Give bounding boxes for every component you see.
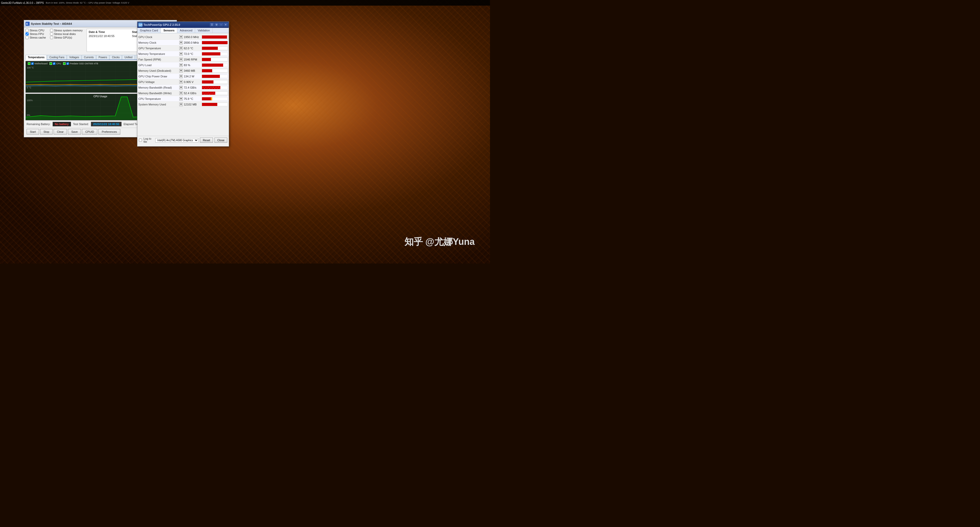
gpuz-value-cpu-temp: 75.9 °C [184, 97, 202, 100]
gpuz-value-mem-temp: 72.0 °C [184, 53, 202, 56]
gpuz-tabs: Graphics Card Sensors Advanced Validatio… [137, 28, 229, 33]
gpuz-bar-gpu-temp [202, 46, 228, 50]
tab-powers[interactable]: Powers [96, 55, 109, 59]
gpuz-bar-bw-read [202, 86, 228, 89]
gpuz-dropdown-power-draw[interactable]: ▼ [179, 75, 183, 78]
gpuz-tab-graphics-card[interactable]: Graphics Card [137, 28, 161, 33]
gpuz-row-gpu-temp: GPU Temperature ▼ 62.0 °C [137, 45, 229, 51]
gpuz-titlebar[interactable]: GPU TechPowerUp GPU-Z 2.55.0 ☰ ⚙ ─ ✕ [137, 22, 229, 28]
taskbar-info: Burn in test: 100%, Stress Mode: 62 °C –… [46, 2, 129, 4]
log-to-file-checkbox[interactable] [139, 139, 142, 142]
svg-rect-37 [211, 97, 212, 100]
stress-cpu-checkbox[interactable] [25, 29, 29, 32]
gpuz-value-gpu-voltage: 0.905 V [184, 80, 202, 83]
gpuz-row-cpu-temp: CPU Temperature ▼ 75.9 °C [137, 96, 229, 102]
gpuz-row-memory-clock: Memory Clock ▼ 2000.0 MHz [137, 40, 229, 45]
gpuz-label-cpu-temp: CPU Temperature [138, 97, 179, 100]
gpuz-dropdown-gpu-voltage[interactable]: ▼ [179, 80, 183, 84]
gpuz-label-bw-read: Memory Bandwidth (Read) [138, 86, 179, 89]
gpuz-bar-gpu-load [202, 63, 228, 67]
tab-currents[interactable]: Currents [82, 55, 96, 59]
gpuz-bar-cpu-temp [202, 97, 228, 100]
tab-unified[interactable]: Unified [122, 55, 135, 59]
gpuz-dropdown-gpu-load[interactable]: ▼ [179, 63, 183, 67]
gpuz-label-gpu-clock: GPU Clock [138, 35, 179, 38]
gpuz-dropdown-sys-mem[interactable]: ▼ [179, 103, 183, 106]
gpuz-tab-validation[interactable]: Validation [195, 28, 213, 33]
stress-disks-label: Stress local disks [54, 32, 76, 35]
gpuz-dropdown-fan-speed[interactable]: ▼ [179, 58, 183, 61]
gpuz-dropdown-gpu-clock[interactable]: ▼ [179, 35, 183, 39]
gpuz-window: GPU TechPowerUp GPU-Z 2.55.0 ☰ ⚙ ─ ✕ Gra… [137, 21, 229, 146]
gpuz-label-gpu-temp: GPU Temperature [138, 47, 179, 50]
stress-cache-label: Stress cache [30, 36, 46, 39]
start-button[interactable]: Start [27, 129, 39, 135]
gpuz-title: TechPowerUp GPU-Z 2.55.0 [143, 23, 210, 26]
gpuz-dropdown-cpu-temp[interactable]: ▼ [179, 97, 183, 100]
gpuz-dropdown-mem-temp[interactable]: ▼ [179, 52, 183, 56]
test-started-label: Test Started: [73, 123, 89, 126]
gpuz-label-gpu-load: GPU Load [138, 64, 179, 67]
stress-disks-checkbox[interactable] [50, 32, 53, 35]
stress-cache-checkbox[interactable] [25, 36, 29, 39]
gpuz-reset-button[interactable]: Reset [200, 138, 213, 143]
gpuz-row-gpu-clock: GPU Clock ▼ 1950.0 MHz [137, 34, 229, 40]
svg-text:A: A [26, 22, 28, 25]
gpuz-bar-power-draw [202, 75, 228, 78]
tab-voltages[interactable]: Voltages [67, 55, 81, 59]
gpuz-dropdown-gpu-temp[interactable]: ▼ [179, 46, 183, 50]
gpuz-label-gpu-voltage: GPU Voltage [138, 80, 179, 83]
gpuz-tab-sensors[interactable]: Sensors [161, 28, 177, 33]
gpuz-label-sys-mem: System Memory Used [138, 103, 179, 106]
gpuz-dropdown-bw-read[interactable]: ▼ [179, 86, 183, 89]
gpuz-settings-btn[interactable]: ⚙ [215, 23, 219, 27]
svg-rect-35 [202, 92, 215, 95]
gpuz-label-bw-write: Memory Bandwidth (Write) [138, 92, 179, 95]
gpuz-value-mem-used: 3460 MB [184, 69, 202, 72]
stress-gpu-checkbox[interactable] [50, 36, 53, 39]
gpuz-label-mem-used: Memory Used (Dedicated) [138, 69, 179, 72]
gpuz-label-memory-clock: Memory Clock [138, 41, 179, 44]
stress-sysmem-label: Stress system memory [54, 29, 83, 32]
tab-temperatures[interactable]: Temperatures [25, 55, 47, 60]
stress-gpu-label: Stress GPU(s) [54, 36, 72, 39]
gpuz-bar-memory-clock [202, 41, 228, 45]
gpuz-dropdown-mem-used[interactable]: ▼ [179, 69, 183, 73]
gpuz-row-sys-mem: System Memory Used ▼ 12102 MB [137, 102, 229, 107]
gpuz-close-btn[interactable]: ✕ [224, 23, 228, 27]
gpuz-bar-sys-mem [202, 103, 228, 106]
gpuz-icon: GPU [138, 23, 143, 27]
cpuid-button[interactable]: CPUID [82, 129, 97, 135]
clear-button[interactable]: Clear [54, 129, 67, 135]
gpuz-win-btns: ☰ ⚙ ─ ✕ [210, 23, 228, 27]
gpuz-tab-advanced[interactable]: Advanced [177, 28, 195, 33]
gpuz-row-fan-speed: Fan Speed (RPM) ▼ 1546 RPM [137, 57, 229, 62]
stop-button[interactable]: Stop [40, 129, 52, 135]
stress-fpu-item: Stress FPU [25, 32, 46, 35]
save-button[interactable]: Save [68, 129, 81, 135]
tab-clocks[interactable]: Clocks [110, 55, 122, 59]
stress-fpu-checkbox[interactable] [25, 32, 29, 35]
aida64-icon: A [25, 22, 30, 26]
stress-sysmem-checkbox[interactable] [50, 29, 53, 32]
device-select[interactable]: Intel(R) Arc(TM) A580 Graphics [155, 138, 199, 142]
gpuz-value-bw-write: 52.4 GB/s [184, 92, 202, 95]
stress-col-right: Stress system memory Stress local disks … [50, 29, 83, 53]
stress-cpu-item: Stress CPU [25, 29, 46, 32]
gpuz-close-footer-button[interactable]: Close [215, 138, 227, 143]
svg-rect-34 [202, 86, 220, 89]
stress-col-left: Stress CPU Stress FPU Stress cache [25, 29, 46, 53]
gpuz-row-mem-used: Memory Used (Dedicated) ▼ 3460 MB [137, 68, 229, 73]
stress-gpu-item: Stress GPU(s) [50, 36, 83, 39]
gpuz-extra-btn[interactable]: ☰ [210, 23, 214, 27]
gpuz-value-memory-clock: 2000.0 MHz [184, 41, 202, 44]
gpuz-dropdown-bw-write[interactable]: ▼ [179, 91, 183, 95]
gpuz-dropdown-memory-clock[interactable]: ▼ [179, 41, 183, 45]
date-label: Date & Time [88, 30, 131, 34]
tab-cooling-fans[interactable]: Cooling Fans [47, 55, 67, 59]
gpuz-minimize[interactable]: ─ [219, 23, 223, 27]
gpuz-row-gpu-voltage: GPU Voltage ▼ 0.905 V [137, 79, 229, 85]
watermark: 知乎 @尤娜Yuna [404, 236, 475, 248]
gpuz-row-mem-temp: Memory Temperature ▼ 72.0 °C [137, 51, 229, 57]
preferences-button[interactable]: Preferences [98, 129, 120, 135]
